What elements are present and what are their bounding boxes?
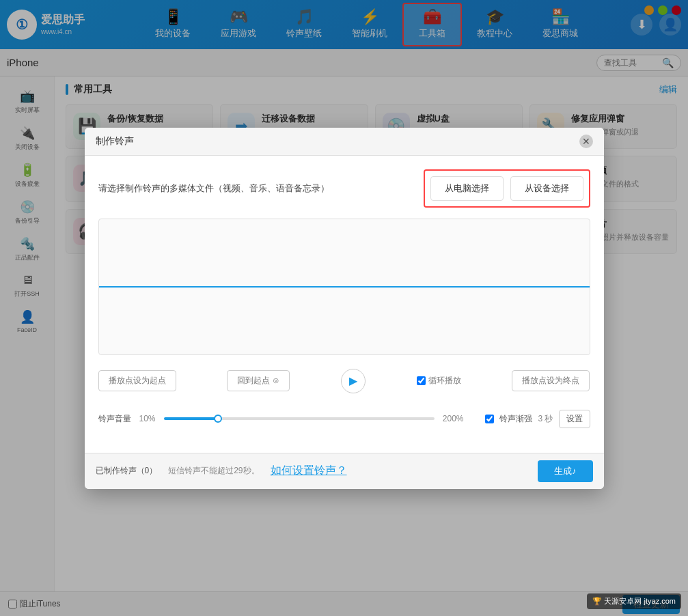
repeat-label: 铃声渐强 [499,413,532,425]
btn-back-to-start[interactable]: 回到起点 ⊙ [227,370,289,391]
btn-from-device[interactable]: 从设备选择 [510,176,583,201]
made-count-label: 已制作铃声（0） [96,465,158,477]
loop-checkbox-area[interactable]: 循环播放 [417,375,461,387]
playback-controls: 播放点设为起点 回到起点 ⊙ ▶ 循环播放 播放点设为终点 [98,363,590,399]
volume-max: 200% [443,414,464,423]
dialog-instruction: 请选择制作铃声的多媒体文件（视频、音乐、语音备忘录） [98,182,329,195]
waveform-line [99,286,590,288]
modal-overlay: 制作铃声 ✕ 请选择制作铃声的多媒体文件（视频、音乐、语音备忘录） 从电脑选择 … [0,0,688,616]
volume-slider[interactable] [164,417,435,420]
repeat-checkbox[interactable] [485,415,494,423]
how-to-set-link[interactable]: 如何设置铃声？ [271,464,347,478]
limit-text: 短信铃声不能超过29秒。 [168,465,259,477]
btn-from-computer[interactable]: 从电脑选择 [430,176,504,201]
volume-thumb[interactable] [214,415,222,423]
btn-set-start[interactable]: 播放点设为起点 [98,370,176,391]
repeat-settings-button[interactable]: 设置 [559,410,590,428]
volume-label: 铃声音量 [98,413,131,425]
volume-min: 10% [139,414,156,423]
make-ringtone-dialog: 制作铃声 ✕ 请选择制作铃声的多媒体文件（视频、音乐、语音备忘录） 从电脑选择 … [85,128,604,489]
btn-set-end[interactable]: 播放点设为终点 [512,370,590,391]
dialog-body: 请选择制作铃声的多媒体文件（视频、音乐、语音备忘录） 从电脑选择 从设备选择 播… [85,156,604,453]
dialog-bottom: 已制作铃声（0） 短信铃声不能超过29秒。 如何设置铃声？ 生成♪ [85,453,604,489]
dialog-title: 制作铃声 [96,135,134,148]
btn-play[interactable]: ▶ [341,369,366,393]
loop-checkbox[interactable] [417,376,426,385]
generate-button[interactable]: 生成♪ [538,460,593,482]
dialog-close-button[interactable]: ✕ [579,135,593,148]
repeat-value: 3 秒 [538,413,553,425]
dialog-top-row: 请选择制作铃声的多媒体文件（视频、音乐、语音备忘录） 从电脑选择 从设备选择 [98,169,590,208]
dialog-title-bar: 制作铃声 ✕ [85,128,604,156]
volume-row: 铃声音量 10% 200% 铃声渐强 3 秒 设置 [98,410,590,428]
waveform-area [98,219,590,355]
repeat-row: 铃声渐强 3 秒 设置 [485,410,590,428]
dialog-btn-group: 从电脑选择 从设备选择 [424,169,590,208]
back-to-start-icon: ⊙ [273,376,279,385]
